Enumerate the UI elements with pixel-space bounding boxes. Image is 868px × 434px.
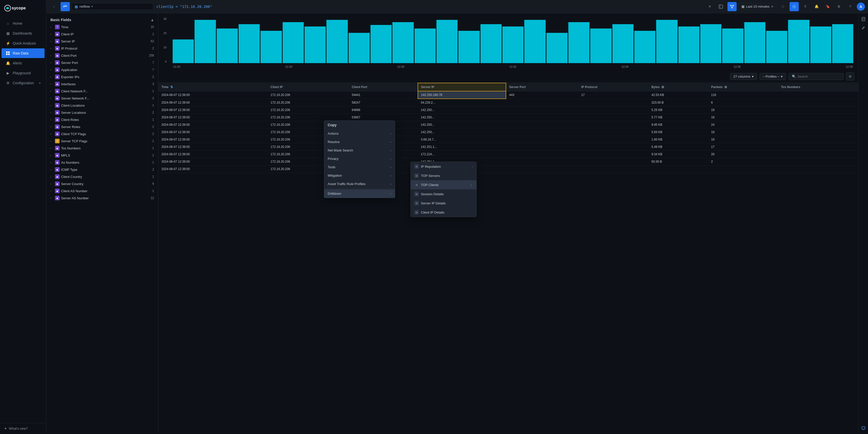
sidebar-item-configuration[interactable]: ⚙ Configuration ▾ [2,78,44,88]
context-menu: Copy Actions › Resolve › Net Mask Search… [324,120,395,198]
field-item[interactable]: › ◆ Server AS Number 12 [46,194,158,202]
rs-feedback-button[interactable] [860,424,867,432]
table-row[interactable]: 2024-08-07 12:39:00 172.16.20.206 65059 … [158,121,858,128]
cell-client-port: 54441 [348,91,417,99]
drill-ip-reputation[interactable]: ⊞ IP Reputation › [411,162,476,171]
cell-ip-protocol [578,143,649,151]
back-button[interactable]: ‹ [50,2,59,11]
refresh-button[interactable] [789,2,799,11]
sidebar-item-home[interactable]: ⌂ Home [2,19,44,28]
field-item[interactable]: › ◆ Client AS Number 1 [46,187,158,194]
table-row[interactable]: 2024-08-07 12:39:00 172.16.20.206 54120 … [158,128,858,136]
ctx-asset-traffic[interactable]: Asset Traffic Rule Profiles › [324,180,395,188]
drill-top-clients[interactable]: ⊞ TOP Clients ⋮ [411,180,476,189]
query-filter: clientIp = "172.16.20.206" [156,5,212,9]
table-row[interactable]: 2024-08-07 12:39:00 172.16.20.206 58247 … [158,99,858,106]
table-settings-button[interactable]: ⚙ [846,72,854,81]
ctx-privacy[interactable]: Privacy › [324,155,395,163]
cell-server-port: 443 [506,91,578,99]
columns-button[interactable]: 27 columns ▾ [730,73,757,80]
drill-top-servers[interactable]: ⊞ TOP Servers [411,171,476,180]
field-count: 1 [147,189,154,193]
field-item[interactable]: › ◆ IP Protocol 2 [46,45,158,52]
ctx-net-mask[interactable]: Net Mask Search › [324,146,395,155]
ctx-mitigation[interactable]: Mitigation › [324,171,395,180]
field-item[interactable]: › T Time 15 [46,23,158,31]
rs-edit-button[interactable] [860,24,867,32]
drill-server-ip-details[interactable]: ⊞ Server IP Details [411,198,476,208]
field-item[interactable]: › ◆ Exporter IPs 2 [46,73,158,81]
sidebar-footer[interactable]: ✦ What's new? [0,423,46,434]
field-item[interactable]: › ◆ MPLS 1 [46,152,158,159]
field-item[interactable]: › ◆ Server Port 7 [46,59,158,66]
field-item[interactable]: › # Server TCP Flags 1 [46,137,158,145]
field-item[interactable]: › ◆ Client IP 1 [46,31,158,38]
chart-bar [480,24,502,63]
field-name: Interfaces [61,82,145,86]
table-row[interactable]: 2024-08-07 12:39:00 172.16.20.206 57302 … [158,136,858,143]
sidebar-item-playground[interactable]: ▶ Playground [2,68,44,78]
table-row[interactable]: 2024-08-07 12:39:00 172.16.20.206 53667 … [158,114,858,121]
table-row[interactable]: 2024-08-07 12:39:00 172.16.20.206 54441 … [158,91,858,99]
field-item[interactable]: › ◆ Client Network F... 1 [46,88,158,95]
help-button[interactable]: ? [846,2,855,11]
expand-button[interactable] [716,2,725,11]
rs-doc-button[interactable] [860,15,867,23]
table-row[interactable]: 2024-08-07 12:39:00 172.16.20.206 58239 … [158,158,858,165]
drill-client-ip-details[interactable]: ⊞ Client IP Details [411,208,476,217]
sidebar-item-raw-data[interactable]: Raw Data [2,49,44,58]
field-item[interactable]: › ◆ Client Locations 1 [46,102,158,109]
ctx-resolve[interactable]: Resolve › [324,138,395,146]
field-item[interactable]: › ◆ Client Roles 1 [46,116,158,123]
ctx-actions[interactable]: Actions › [324,129,395,138]
field-expand-icon: › [51,133,54,135]
ctx-drilldown[interactable]: Drilldown › [324,189,395,198]
avatar[interactable]: A [857,3,865,11]
notification-button[interactable]: 🔔 [812,2,821,11]
field-item[interactable]: › ◆ Tos Numbers 1 [46,145,158,152]
table-search-input[interactable] [798,74,840,79]
filter-button[interactable] [727,2,737,11]
field-item[interactable]: › ◆ Client Port 258 [46,52,158,59]
sidebar-item-quick-analysis[interactable]: ⚡ Quick Analysis [2,38,44,48]
drill-session-details[interactable]: ⊞ Session Details [411,189,476,198]
time-close-button[interactable]: ✕ [771,5,774,8]
field-item[interactable]: › ◆ Server IP 62 [46,38,158,45]
profiles-button[interactable]: – Profiles – ▾ [760,73,786,80]
clear-button[interactable]: ✕ [705,2,714,11]
bookmark-button[interactable]: 🔖 [823,2,832,11]
square-button[interactable]: □ [778,2,787,11]
query-box[interactable]: ▦ netflow ▾ [72,3,153,10]
sidebar-item-dashboards[interactable]: ▦ Dashboards [2,29,44,38]
field-item[interactable]: › ◆ Application 7 [46,66,158,73]
field-item[interactable]: › ◆ Server Roles 2 [46,123,158,130]
field-type-icon: ◆ [55,124,60,129]
table-row[interactable]: 2024-08-07 12:39:00 172.16.20.206 64155 … [158,143,858,151]
field-count: 1 [147,118,154,121]
time-range-badge[interactable]: ▦ Last 15 minutes ✕ [739,3,776,10]
field-count: 2 [147,111,154,114]
sidebar-item-alerts[interactable]: 🔔 Alerts [2,58,44,68]
field-item[interactable]: › ◆ Client TCP Flags 2 [46,130,158,137]
drill-server-ip-icon: ⊞ [414,201,419,206]
ctx-tools[interactable]: Tools › [324,163,395,171]
field-item[interactable]: › ◆ ICMP Type 2 [46,166,158,173]
apps-button[interactable]: ⠿ [801,2,810,11]
dataset-icon: ▦ [74,5,78,9]
wave-button[interactable] [61,2,70,11]
table-search-box[interactable]: 🔍 [788,73,843,80]
field-item[interactable]: › ◆ Server Country 6 [46,180,158,187]
chart-and-table: 12:26 12:28 12:30 12:32 12:34 12:36 12:3… [158,13,858,434]
table-row[interactable]: 2024-08-07 12:39:00 172.16.20.206 62230 … [158,151,858,158]
settings-button[interactable]: ⚙ [834,2,843,11]
ctx-copy[interactable]: Copy [324,121,395,129]
field-item[interactable]: › ◆ Server Network F... 2 [46,95,158,102]
table-row[interactable]: 2024-08-07 12:39:00 172.16.20.206 57319 … [158,165,858,173]
field-item[interactable]: › ◆ As Numbers 1 [46,159,158,166]
field-item[interactable]: › ◆ Client Country 1 [46,173,158,180]
section-toggle[interactable]: ▲ [151,18,154,22]
table-row[interactable]: 2024-08-07 12:39:00 172.16.20.206 64686 … [158,106,858,114]
field-name: Exporter IPs [61,75,145,79]
field-item[interactable]: › ◆ Interfaces 3 [46,81,158,88]
field-item[interactable]: › ◆ Server Locations 2 [46,109,158,116]
